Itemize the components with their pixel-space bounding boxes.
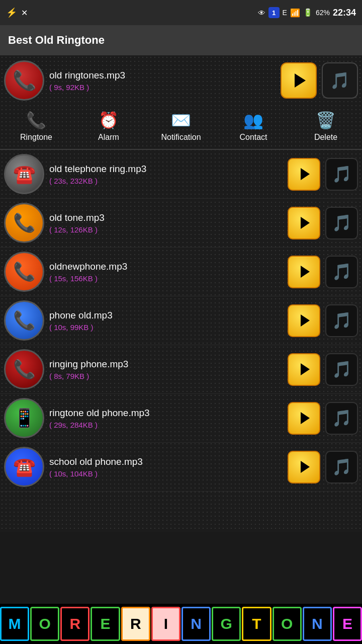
gear-icon-3: 🎵 (332, 262, 352, 281)
item-meta-4: ( 10s, 99KB ) (49, 323, 283, 332)
play-button-1[interactable] (288, 158, 320, 191)
notification-action-icon: ✉️ (171, 111, 191, 130)
first-item-main: 📞 old ringtones.mp3 ( 9s, 92KB ) 🎵 (0, 55, 362, 106)
delete-label: Delete (314, 133, 337, 142)
phone-action-icon: 📞 (26, 111, 46, 130)
item-info-3: oldnewphone.mp3 ( 15s, 156KB ) (49, 261, 283, 283)
first-item-name: old ringtones.mp3 (49, 70, 276, 81)
gear-button-7[interactable]: 🎵 (325, 451, 358, 484)
list-item: 📞 oldnewphone.mp3 ( 15s, 156KB ) 🎵 (0, 248, 362, 296)
gear-icon-1: 🎵 (332, 165, 352, 184)
item-info-2: old tone.mp3 ( 12s, 126KB ) (49, 212, 283, 234)
item-name-6: ringtone old phone.mp3 (49, 408, 283, 419)
gear-icon-7: 🎵 (332, 457, 352, 476)
wifi-icon: ✕ (21, 8, 28, 18)
item-info-1: old telephone ring.mp3 ( 23s, 232KB ) (49, 164, 283, 185)
gear-button-5[interactable]: 🎵 (325, 353, 358, 386)
item-thumb-5: 📞 (4, 349, 44, 389)
gear-icon-4: 🎵 (332, 311, 352, 330)
banner-letter-r1: R (60, 607, 89, 641)
play-button-3[interactable] (288, 256, 320, 288)
ringtone-label: Ringtone (20, 133, 52, 142)
item-name-2: old tone.mp3 (49, 212, 283, 223)
item-thumb-1: ☎️ (4, 154, 44, 194)
play-button-6[interactable] (288, 402, 320, 435)
contact-label: Contact (239, 133, 267, 142)
notification-action-button[interactable]: ✉️ Notification (145, 111, 217, 142)
gear-music-icon: 🎵 (330, 71, 350, 90)
e-icon: E (283, 9, 287, 17)
notification-badge: 1 (268, 7, 280, 18)
content-area: 📞 old ringtones.mp3 ( 9s, 92KB ) 🎵 📞 Rin… (0, 55, 362, 532)
list-item: 📱 ringtone old phone.mp3 ( 29s, 284KB ) … (0, 394, 362, 443)
gear-button-1[interactable]: 🎵 (325, 158, 358, 191)
item-thumb-3: 📞 (4, 252, 44, 292)
first-item-info: old ringtones.mp3 ( 9s, 92KB ) (49, 70, 276, 92)
play-tri-icon-3 (301, 266, 310, 278)
gear-icon-6: 🎵 (332, 409, 352, 428)
contact-action-icon: 👥 (243, 111, 263, 130)
first-item-gear-button[interactable]: 🎵 (322, 62, 358, 99)
item-info-4: phone old.mp3 ( 10s, 99KB ) (49, 310, 283, 332)
first-item: 📞 old ringtones.mp3 ( 9s, 92KB ) 🎵 📞 Rin… (0, 55, 362, 150)
banner-letter-n2: N (303, 607, 332, 641)
delete-action-icon: 🗑️ (316, 111, 336, 130)
banner-letter-n: N (182, 607, 211, 641)
banner-letter-i: I (151, 607, 180, 641)
clock: 22:34 (333, 8, 356, 18)
alarm-action-icon: ⏰ (99, 111, 119, 130)
banner-letter-e2: E (333, 607, 362, 641)
ringtone-action-button[interactable]: 📞 Ringtone (0, 111, 72, 142)
item-meta-7: ( 10s, 104KB ) (49, 469, 283, 478)
banner-letter-t: T (242, 607, 271, 641)
alarm-label: Alarm (98, 133, 119, 142)
item-name-3: oldnewphone.mp3 (49, 261, 283, 272)
item-thumb-4: 📞 (4, 300, 44, 341)
play-button-5[interactable] (288, 353, 320, 386)
status-left-icons: ⚡ ✕ (6, 7, 28, 18)
item-name-5: ringing phone.mp3 (49, 359, 283, 370)
gear-button-2[interactable]: 🎵 (325, 207, 358, 239)
first-item-meta: ( 9s, 92KB ) (49, 83, 276, 92)
first-item-play-button[interactable] (281, 62, 317, 99)
battery-percent: 62% (316, 9, 330, 17)
gear-icon-5: 🎵 (332, 360, 352, 379)
signal-icon: 📶 (290, 8, 300, 18)
app-title: Best Old Ringtone (8, 34, 105, 47)
item-info-5: ringing phone.mp3 ( 8s, 79KB ) (49, 359, 283, 380)
gear-button-3[interactable]: 🎵 (325, 256, 358, 288)
status-bar: ⚡ ✕ 👁 1 E 📶 🔋 62% 22:34 (0, 0, 362, 25)
gear-icon-2: 🎵 (332, 213, 352, 232)
item-meta-3: ( 15s, 156KB ) (49, 274, 283, 283)
app-header: Best Old Ringtone (0, 25, 362, 55)
gear-button-4[interactable]: 🎵 (325, 304, 358, 337)
play-tri-icon-1 (301, 168, 310, 180)
play-tri-icon-7 (301, 461, 310, 473)
item-meta-1: ( 23s, 232KB ) (49, 177, 283, 185)
play-button-7[interactable] (288, 451, 320, 484)
item-meta-2: ( 12s, 126KB ) (49, 225, 283, 234)
item-name-1: old telephone ring.mp3 (49, 164, 283, 175)
item-meta-5: ( 8s, 79KB ) (49, 372, 283, 380)
banner-letter-g: G (212, 607, 241, 641)
item-meta-6: ( 29s, 284KB ) (49, 421, 283, 429)
alarm-action-button[interactable]: ⏰ Alarm (72, 111, 145, 142)
item-name-7: school old phone.mp3 (49, 456, 283, 467)
item-thumb-7: ☎️ (4, 447, 44, 487)
bottom-banner[interactable]: M O R E R I N G T O N E (0, 604, 362, 644)
play-button-2[interactable] (288, 207, 320, 239)
delete-action-button[interactable]: 🗑️ Delete (290, 111, 362, 142)
list-item: ☎️ school old phone.mp3 ( 10s, 104KB ) 🎵 (0, 443, 362, 492)
list-item: ☎️ old telephone ring.mp3 ( 23s, 232KB )… (0, 150, 362, 199)
gear-button-6[interactable]: 🎵 (325, 402, 358, 435)
list-item: 📞 ringing phone.mp3 ( 8s, 79KB ) 🎵 (0, 345, 362, 394)
item-info-6: ringtone old phone.mp3 ( 29s, 284KB ) (49, 408, 283, 429)
item-thumb-2: 📞 (4, 203, 44, 243)
banner-letter-e1: E (90, 607, 120, 641)
contact-action-button[interactable]: 👥 Contact (217, 111, 290, 142)
play-button-4[interactable] (288, 304, 320, 337)
status-right-icons: 👁 1 E 📶 🔋 62% 22:34 (258, 7, 356, 18)
item-thumb-6: 📱 (4, 398, 44, 438)
play-tri-icon-4 (301, 314, 310, 327)
banner-letter-r2: R (121, 607, 150, 641)
